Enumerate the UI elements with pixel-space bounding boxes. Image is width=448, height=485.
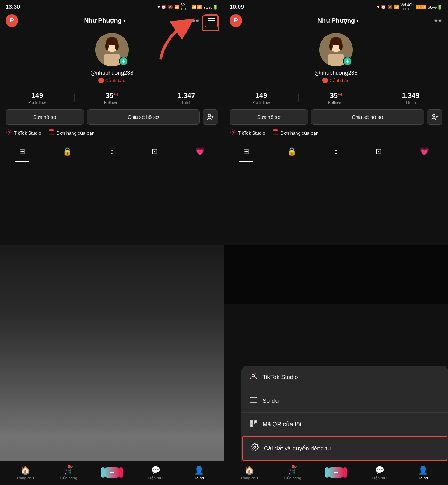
share-profile-button-right[interactable]: Chia sẻ hồ sơ: [311, 109, 424, 125]
svg-point-7: [115, 42, 119, 50]
nav-avatar-left[interactable]: P: [6, 14, 18, 27]
order-item-right[interactable]: Đơn hàng của bạn: [272, 129, 319, 137]
stat-number-follower-left: 35 +4: [75, 92, 149, 100]
tiktok-studio-right[interactable]: TikTok Studio: [230, 129, 265, 137]
order-item-left[interactable]: Đơn hàng của bạn: [48, 129, 95, 137]
tiktok-studio-icon: [6, 129, 12, 137]
nav-add-right[interactable]: +: [314, 467, 358, 479]
edit-profile-button-right[interactable]: Sửa hồ sơ: [230, 109, 308, 125]
action-buttons-left: Sửa hồ sơ Chia sẻ hồ sơ: [0, 109, 224, 125]
drawer-item-balance[interactable]: Số dư: [241, 389, 448, 413]
studio-drawer-icon: [249, 372, 258, 383]
tab-private-right[interactable]: 🔒: [283, 145, 301, 158]
stats-row-right: 149 Đã follow 35 +4 Follower 1.349 Thích: [224, 87, 448, 109]
home-icon-right: 🏠: [245, 466, 254, 475]
stat-follower-left[interactable]: 35 +4 Follower: [75, 92, 149, 105]
stats-row-left: 149 Đã follow 35 +4 Follower 1.347 Thích: [0, 87, 224, 109]
tab-videos-left[interactable]: ⊞: [15, 145, 29, 158]
drawer-item-qr[interactable]: Mã QR của tôi: [241, 413, 448, 436]
nav-title-left[interactable]: Như Phượng ▾: [84, 17, 125, 24]
action-buttons-right: Sửa hồ sơ Chia sẻ hồ sơ: [224, 109, 448, 125]
stat-number-likes-left: 1.347: [149, 92, 224, 100]
home-icon: 🏠: [21, 466, 30, 475]
profile-icon-right: 👤: [418, 466, 428, 475]
add-avatar-icon-right[interactable]: +: [343, 57, 352, 66]
nav-right-left: 👓: [191, 14, 218, 27]
svg-rect-32: [251, 425, 252, 426]
tab-liked-right[interactable]: 💗: [415, 145, 433, 158]
svg-point-33: [254, 446, 256, 448]
add-friend-button-left[interactable]: [203, 109, 218, 125]
tiktok-studio-icon-right: [230, 129, 236, 137]
cart-icon-left: [48, 129, 55, 137]
tiktok-studio-left[interactable]: TikTok Studio: [6, 129, 41, 137]
profile-icon: 👤: [194, 466, 204, 475]
nav-profile-right[interactable]: 👤 Hồ sơ: [401, 466, 444, 480]
stat-likes-right[interactable]: 1.349 Thích: [373, 92, 448, 105]
chevron-down-icon: ▾: [123, 18, 125, 23]
add-friend-button-right[interactable]: [427, 109, 442, 125]
studio-row-left: TikTok Studio Đơn hàng của bạn: [0, 129, 224, 141]
nav-avatar-right[interactable]: P: [230, 14, 242, 27]
svg-point-20: [433, 114, 435, 117]
tab-videos-right[interactable]: ⊞: [239, 145, 253, 158]
right-phone-panel: 10:09 ♥ ⏰ 🔕 📶 Voi 4G+LTE1 📶📶 66%🔋 P Như …: [224, 0, 448, 245]
nav-store-left[interactable]: 🛒 Cửa hàng: [47, 466, 90, 480]
top-nav-right: P Như Phượng ▾ 👓: [224, 13, 448, 30]
studio-row-right: TikTok Studio Đơn hàng của bạn: [224, 129, 448, 141]
tab-tagged-left[interactable]: ⊡: [147, 145, 162, 158]
warning-icon: !: [98, 78, 104, 83]
warning-badge-right: ! Cảnh báo: [322, 78, 349, 83]
tab-liked-left[interactable]: 💗: [191, 145, 209, 158]
share-profile-button-left[interactable]: Chia sẻ hồ sơ: [87, 109, 200, 125]
add-button[interactable]: +: [104, 467, 120, 478]
tab-private-left[interactable]: 🔒: [58, 145, 76, 158]
glasses-icon[interactable]: 👓: [191, 16, 200, 25]
nav-store-right[interactable]: 🛒 Cửa hàng: [271, 466, 314, 480]
glasses-icon-right[interactable]: 👓: [434, 16, 442, 25]
status-time-right: 10:09: [230, 4, 244, 10]
avatar-left: +: [95, 33, 129, 66]
stat-number-follow-right: 149: [224, 92, 299, 100]
add-button-right[interactable]: +: [328, 467, 344, 478]
svg-point-23: [232, 131, 234, 133]
hamburger-button[interactable]: [205, 14, 218, 27]
svg-rect-15: [328, 54, 344, 66]
tab-tagged-right[interactable]: ⊡: [371, 145, 386, 158]
drawer-item-studio[interactable]: TikTok Studio: [241, 366, 448, 389]
stat-number-likes-right: 1.349: [373, 92, 448, 100]
nav-home-left[interactable]: 🏠 Trang chủ: [4, 466, 47, 480]
nav-title-right[interactable]: Như Phượng ▾: [317, 17, 358, 24]
stat-follow-left[interactable]: 149 Đã follow: [0, 92, 75, 105]
nav-right-right: 👓: [434, 16, 442, 25]
bottom-nav-right: 🏠 Trang chủ 🛒 Cửa hàng + 💬 Hộp thư: [224, 461, 448, 485]
profile-section-left: + @nhuphuong238 ! Cảnh báo: [0, 30, 224, 87]
svg-point-19: [339, 42, 343, 50]
svg-rect-30: [251, 421, 252, 422]
tab-repost-right[interactable]: ↕: [330, 145, 342, 158]
svg-rect-31: [255, 421, 256, 422]
nav-inbox-left[interactable]: 💬 Hộp thư: [134, 466, 177, 480]
cart-icon-right: [272, 129, 279, 137]
inbox-icon: 💬: [151, 466, 160, 475]
stat-follow-right[interactable]: 149 Đã follow: [224, 92, 299, 105]
drawer-item-settings[interactable]: Cài đặt và quyền riêng tư: [242, 436, 447, 461]
add-avatar-icon[interactable]: +: [119, 57, 128, 66]
bottom-section: 🏠 Trang chủ 🛒 Cửa hàng + 💬 Hộp thư: [0, 245, 448, 485]
warning-icon-right: !: [322, 78, 328, 83]
avatar-right: +: [319, 33, 353, 66]
svg-point-8: [208, 114, 211, 117]
inbox-icon-right: 💬: [375, 466, 384, 475]
nav-inbox-right[interactable]: 💬 Hộp thư: [358, 466, 401, 480]
stat-likes-left[interactable]: 1.347 Thích: [149, 92, 224, 105]
nav-add-left[interactable]: +: [90, 467, 134, 479]
edit-profile-button-left[interactable]: Sửa hồ sơ: [6, 109, 84, 125]
stat-follower-right[interactable]: 35 +4 Follower: [299, 92, 373, 105]
tab-repost-left[interactable]: ↕: [106, 145, 118, 158]
chevron-down-icon-right: ▾: [356, 18, 358, 23]
stat-plus-left: +4: [113, 92, 118, 97]
top-nav-left: P Như Phượng ▾ 👓: [0, 13, 224, 30]
nav-home-right[interactable]: 🏠 Trang chủ: [227, 466, 271, 480]
nav-profile-left[interactable]: 👤 Hồ sơ: [177, 466, 220, 480]
svg-point-6: [105, 42, 109, 50]
